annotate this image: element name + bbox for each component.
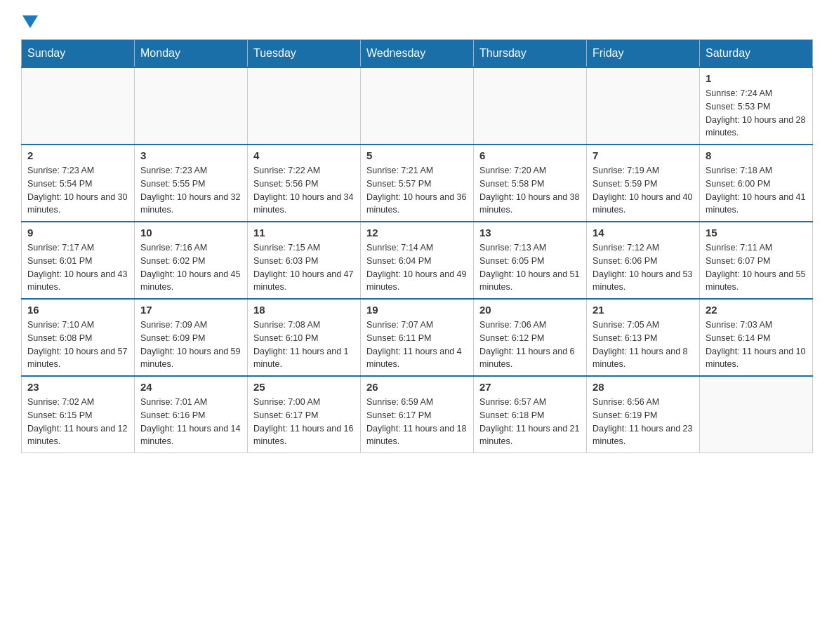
day-info: Sunrise: 7:23 AMSunset: 5:55 PMDaylight:… [140,164,241,217]
calendar-cell: 25Sunrise: 7:00 AMSunset: 6:17 PMDayligh… [248,376,361,453]
day-info: Sunrise: 7:08 AMSunset: 6:10 PMDaylight:… [253,318,355,371]
day-info: Sunrise: 7:02 AMSunset: 6:15 PMDaylight:… [27,396,128,448]
day-number: 4 [253,149,355,161]
day-header-thursday: Thursday [474,40,587,68]
day-header-tuesday: Tuesday [248,40,361,68]
calendar-cell: 14Sunrise: 7:12 AMSunset: 6:06 PMDayligh… [587,222,700,299]
day-info: Sunrise: 7:23 AMSunset: 5:54 PMDaylight:… [27,164,128,217]
day-number: 3 [140,149,241,161]
calendar-cell: 22Sunrise: 7:03 AMSunset: 6:14 PMDayligh… [700,299,813,376]
day-info: Sunrise: 7:15 AMSunset: 6:03 PMDaylight:… [253,241,355,294]
day-number: 16 [27,304,128,316]
day-info: Sunrise: 6:56 AMSunset: 6:19 PMDaylight:… [593,396,694,448]
day-number: 25 [253,381,355,393]
day-info: Sunrise: 7:14 AMSunset: 6:04 PMDaylight:… [366,241,468,294]
day-number: 21 [593,304,694,316]
calendar-cell: 9Sunrise: 7:17 AMSunset: 6:01 PMDaylight… [22,222,135,299]
day-info: Sunrise: 7:00 AMSunset: 6:17 PMDaylight:… [253,396,355,448]
calendar-cell: 23Sunrise: 7:02 AMSunset: 6:15 PMDayligh… [22,376,135,453]
day-number: 19 [366,304,468,316]
day-info: Sunrise: 7:07 AMSunset: 6:11 PMDaylight:… [366,318,468,371]
day-number: 5 [366,149,468,161]
day-header-monday: Monday [135,40,248,68]
logo-triangle-icon [22,15,38,28]
calendar-cell: 15Sunrise: 7:11 AMSunset: 6:07 PMDayligh… [700,222,813,299]
week-row-3: 9Sunrise: 7:17 AMSunset: 6:01 PMDaylight… [22,222,813,299]
day-number: 10 [140,227,241,239]
calendar-cell: 8Sunrise: 7:18 AMSunset: 6:00 PMDaylight… [700,145,813,222]
day-info: Sunrise: 7:18 AMSunset: 6:00 PMDaylight:… [706,164,807,217]
calendar-cell: 27Sunrise: 6:57 AMSunset: 6:18 PMDayligh… [474,376,587,453]
logo [21,14,38,28]
calendar-cell: 1Sunrise: 7:24 AMSunset: 5:53 PMDaylight… [700,67,813,145]
calendar-cell: 28Sunrise: 6:56 AMSunset: 6:19 PMDayligh… [587,376,700,453]
calendar-cell: 19Sunrise: 7:07 AMSunset: 6:11 PMDayligh… [361,299,474,376]
day-number: 20 [479,304,581,316]
week-row-2: 2Sunrise: 7:23 AMSunset: 5:54 PMDaylight… [22,145,813,222]
day-number: 14 [593,227,694,239]
calendar-cell: 12Sunrise: 7:14 AMSunset: 6:04 PMDayligh… [361,222,474,299]
day-info: Sunrise: 7:16 AMSunset: 6:02 PMDaylight:… [140,241,241,294]
day-info: Sunrise: 7:22 AMSunset: 5:56 PMDaylight:… [253,164,355,217]
calendar-cell: 13Sunrise: 7:13 AMSunset: 6:05 PMDayligh… [474,222,587,299]
day-number: 15 [706,227,807,239]
calendar-cell [135,67,248,145]
day-number: 17 [140,304,241,316]
day-number: 28 [593,381,694,393]
calendar-cell: 11Sunrise: 7:15 AMSunset: 6:03 PMDayligh… [248,222,361,299]
day-number: 12 [366,227,468,239]
day-number: 18 [253,304,355,316]
week-row-5: 23Sunrise: 7:02 AMSunset: 6:15 PMDayligh… [22,376,813,453]
calendar-cell: 7Sunrise: 7:19 AMSunset: 5:59 PMDaylight… [587,145,700,222]
day-info: Sunrise: 7:01 AMSunset: 6:16 PMDaylight:… [140,396,241,448]
day-info: Sunrise: 7:05 AMSunset: 6:13 PMDaylight:… [593,318,694,371]
day-number: 13 [479,227,581,239]
day-number: 1 [706,72,807,84]
day-header-sunday: Sunday [22,40,135,68]
day-number: 27 [479,381,581,393]
calendar-cell [474,67,587,145]
calendar-cell: 16Sunrise: 7:10 AMSunset: 6:08 PMDayligh… [22,299,135,376]
day-info: Sunrise: 7:03 AMSunset: 6:14 PMDaylight:… [706,318,807,371]
day-info: Sunrise: 7:12 AMSunset: 6:06 PMDaylight:… [593,241,694,294]
day-number: 9 [27,227,128,239]
day-info: Sunrise: 7:11 AMSunset: 6:07 PMDaylight:… [706,241,807,294]
calendar-cell: 17Sunrise: 7:09 AMSunset: 6:09 PMDayligh… [135,299,248,376]
calendar-cell: 2Sunrise: 7:23 AMSunset: 5:54 PMDaylight… [22,145,135,222]
calendar-cell: 10Sunrise: 7:16 AMSunset: 6:02 PMDayligh… [135,222,248,299]
day-info: Sunrise: 7:09 AMSunset: 6:09 PMDaylight:… [140,318,241,371]
day-number: 23 [27,381,128,393]
day-info: Sunrise: 7:19 AMSunset: 5:59 PMDaylight:… [593,164,694,217]
calendar-cell [248,67,361,145]
day-info: Sunrise: 7:17 AMSunset: 6:01 PMDaylight:… [27,241,128,294]
calendar-cell: 4Sunrise: 7:22 AMSunset: 5:56 PMDaylight… [248,145,361,222]
calendar-cell: 20Sunrise: 7:06 AMSunset: 6:12 PMDayligh… [474,299,587,376]
calendar-cell: 3Sunrise: 7:23 AMSunset: 5:55 PMDaylight… [135,145,248,222]
day-info: Sunrise: 7:13 AMSunset: 6:05 PMDaylight:… [479,241,581,294]
day-info: Sunrise: 7:10 AMSunset: 6:08 PMDaylight:… [27,318,128,371]
day-info: Sunrise: 6:59 AMSunset: 6:17 PMDaylight:… [366,396,468,448]
calendar-cell [22,67,135,145]
week-row-1: 1Sunrise: 7:24 AMSunset: 5:53 PMDaylight… [22,67,813,145]
week-row-4: 16Sunrise: 7:10 AMSunset: 6:08 PMDayligh… [22,299,813,376]
calendar-cell: 26Sunrise: 6:59 AMSunset: 6:17 PMDayligh… [361,376,474,453]
calendar-cell: 21Sunrise: 7:05 AMSunset: 6:13 PMDayligh… [587,299,700,376]
page-header [21,14,813,28]
day-header-friday: Friday [587,40,700,68]
day-number: 6 [479,149,581,161]
calendar-header-row: SundayMondayTuesdayWednesdayThursdayFrid… [22,40,813,68]
day-number: 11 [253,227,355,239]
calendar-cell: 24Sunrise: 7:01 AMSunset: 6:16 PMDayligh… [135,376,248,453]
day-number: 26 [366,381,468,393]
calendar-cell: 6Sunrise: 7:20 AMSunset: 5:58 PMDaylight… [474,145,587,222]
day-number: 8 [706,149,807,161]
day-info: Sunrise: 7:24 AMSunset: 5:53 PMDaylight:… [706,87,807,140]
day-info: Sunrise: 7:21 AMSunset: 5:57 PMDaylight:… [366,164,468,217]
calendar-cell: 18Sunrise: 7:08 AMSunset: 6:10 PMDayligh… [248,299,361,376]
day-info: Sunrise: 6:57 AMSunset: 6:18 PMDaylight:… [479,396,581,448]
day-info: Sunrise: 7:20 AMSunset: 5:58 PMDaylight:… [479,164,581,217]
calendar-table: SundayMondayTuesdayWednesdayThursdayFrid… [21,39,813,453]
calendar-cell: 5Sunrise: 7:21 AMSunset: 5:57 PMDaylight… [361,145,474,222]
day-info: Sunrise: 7:06 AMSunset: 6:12 PMDaylight:… [479,318,581,371]
day-header-wednesday: Wednesday [361,40,474,68]
